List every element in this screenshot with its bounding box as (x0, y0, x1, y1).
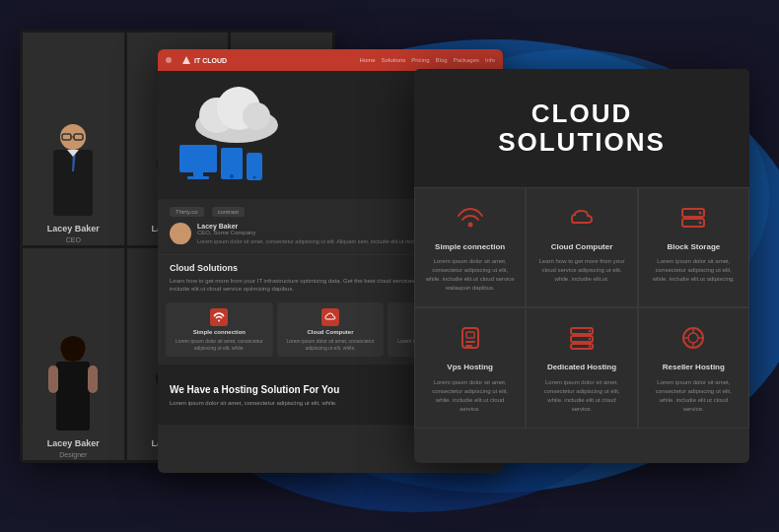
front-storage-icon (677, 202, 709, 233)
devices-illustration (177, 143, 266, 191)
list-item: Lacey Baker CEO (23, 33, 124, 245)
cloud-illustration (187, 81, 286, 149)
testimonial-avatar (170, 223, 191, 244)
front-feature-title-4: Vps Hosting (447, 363, 493, 372)
front-feature-desc-5: Lorem ipsum dolor sit amet, consectetur … (536, 378, 626, 414)
team-member-name: Lacey Baker (23, 224, 124, 235)
svg-point-66 (589, 330, 591, 332)
front-feature-desc-3: Lorem ipsum dolor sit amet, consectetur … (649, 257, 739, 284)
svg-point-67 (589, 338, 591, 340)
cloud-solutions-title: CLOUDSOLUTIONS (498, 100, 666, 156)
list-item: Lacey Baker Designer (23, 248, 124, 461)
hosting-text: We Have a Hosting Solution For You Lorem… (170, 383, 422, 407)
svg-rect-19 (88, 366, 98, 393)
front-feature-title-5: Dedicated Hosting (547, 363, 616, 372)
svg-rect-43 (187, 176, 209, 179)
topbar-dot (166, 57, 172, 63)
hosting-title: We Have a Hosting Solution For You (170, 383, 422, 396)
wifi-icon (210, 308, 228, 326)
front-reseller-icon (677, 322, 709, 354)
svg-rect-62 (465, 345, 472, 347)
front-feature-title-3: Block Storage (667, 242, 720, 252)
svg-rect-17 (56, 362, 90, 431)
front-cloud-icon (566, 202, 598, 233)
front-feature-2: Cloud Computer Learn how to get more fro… (526, 187, 637, 307)
feature-card-2: Cloud Computer Lorem ipsum dolor sit ame… (277, 302, 385, 357)
svg-point-57 (699, 212, 702, 215)
client-logo-2: contrast (212, 207, 245, 217)
svg-rect-18 (48, 366, 58, 393)
feature-desc-2: Lorem ipsum dolor sit amet, consectetur … (281, 338, 381, 351)
svg-point-70 (688, 333, 698, 343)
front-server-icon (566, 322, 598, 354)
svg-point-48 (176, 226, 185, 235)
front-feature-5: Dedicated Hosting Lorem ipsum dolor sit … (526, 307, 637, 428)
cloud-computer-icon (321, 308, 339, 326)
svg-point-40 (243, 102, 270, 130)
front-feature-desc-6: Lorem ipsum dolor sit amet, consectetur … (649, 378, 739, 414)
front-feature-title-6: Reseller Hosting (663, 363, 725, 372)
svg-marker-24 (182, 56, 190, 64)
front-feature-4: Vps Hosting Lorem ipsum dolor sit amet, … (414, 307, 526, 428)
front-feature-desc-4: Lorem ipsum dolor sit amet, consectetur … (425, 378, 515, 414)
svg-point-49 (218, 320, 220, 322)
topbar: IT CLOUD Home Solutions Pricing Blog Pac… (158, 49, 503, 71)
front-vpn-icon (455, 322, 486, 354)
team-member-name: Lacey Baker (23, 438, 124, 450)
front-feature-title-1: Simple connection (435, 242, 505, 252)
front-feature-6: Reseller Hosting Lorem ipsum dolor sit a… (638, 307, 749, 428)
svg-rect-41 (179, 145, 217, 172)
feature-desc-1: Lorem ipsum dolor sit amet, consectetur … (170, 338, 269, 351)
topbar-logo: IT CLOUD (181, 55, 227, 65)
topbar-nav: Home Solutions Pricing Blog Packages Inf… (360, 57, 495, 63)
svg-point-47 (253, 176, 256, 179)
hosting-subtitle: Lorem ipsum dolor sit amet, consectetur … (170, 399, 422, 407)
front-feature-desc-2: Learn how to get more from your cloud se… (536, 257, 626, 284)
front-panel: CLOUDSOLUTIONS Simple connection Lorem i… (414, 69, 749, 463)
main-scene: Lacey Baker CEO La (0, 0, 779, 532)
front-feature-desc-1: Lorem ipsum dolor sit amet, consectetur … (425, 257, 515, 293)
feature-title-1: Simple connection (193, 329, 246, 335)
front-features-grid: Simple connection Lorem ipsum dolor sit … (414, 187, 749, 429)
front-hero: CLOUDSOLUTIONS (414, 69, 749, 187)
front-feature-3: Block Storage Lorem ipsum dolor sit amet… (638, 187, 749, 307)
feature-title-2: Cloud Computer (307, 329, 353, 335)
svg-point-45 (230, 174, 234, 178)
front-feature-title-2: Cloud Computer (551, 242, 613, 252)
svg-rect-61 (465, 341, 475, 343)
feature-card-1: Simple connection Lorem ipsum dolor sit … (166, 302, 273, 357)
client-logo-1: Thirty.co (170, 207, 204, 217)
team-member-role: CEO (23, 236, 124, 243)
svg-point-68 (589, 346, 591, 348)
front-wifi-icon (455, 202, 486, 233)
svg-point-58 (699, 222, 702, 225)
svg-rect-60 (466, 332, 474, 338)
team-member-role: Designer (23, 451, 124, 458)
front-feature-1: Simple connection Lorem ipsum dolor sit … (414, 187, 526, 307)
svg-point-54 (467, 223, 472, 228)
